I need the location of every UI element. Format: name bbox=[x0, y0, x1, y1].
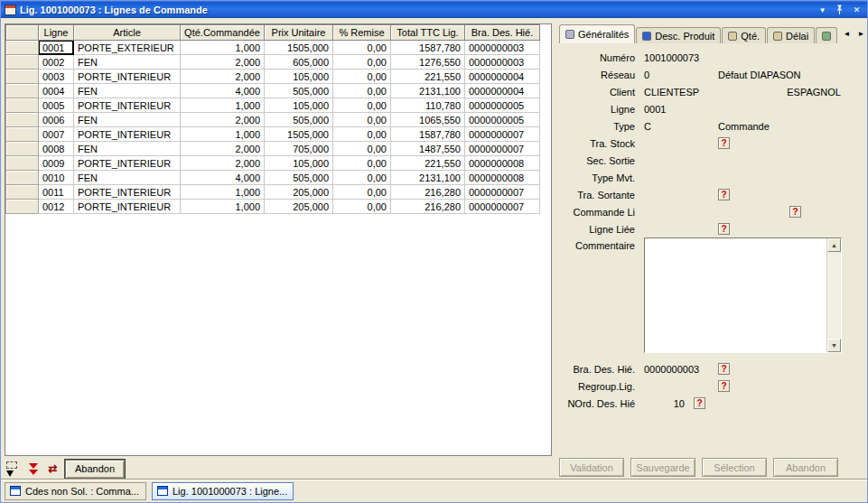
row-selector[interactable] bbox=[6, 84, 39, 98]
table-cell[interactable]: 0000000008 bbox=[465, 171, 540, 185]
table-cell[interactable]: 105,000 bbox=[265, 70, 333, 84]
table-cell[interactable]: 1,000 bbox=[181, 41, 265, 55]
table-cell[interactable]: PORTE_INTERIEUR bbox=[74, 127, 181, 142]
table-cell[interactable]: 2,000 bbox=[181, 70, 265, 84]
table-cell[interactable]: 0,00 bbox=[333, 142, 391, 156]
table-cell[interactable]: PORTE_EXTERIEUR bbox=[74, 41, 181, 55]
row-selector[interactable] bbox=[6, 156, 39, 171]
column-header[interactable]: % Remise bbox=[333, 25, 391, 41]
bra-des-hie-help-button[interactable]: ? bbox=[718, 363, 730, 375]
table-cell[interactable]: 105,000 bbox=[265, 98, 333, 113]
row-selector[interactable] bbox=[6, 127, 39, 142]
validation-button[interactable]: Validation bbox=[559, 458, 624, 477]
row-selector-header[interactable] bbox=[6, 25, 39, 41]
table-cell[interactable]: 0,00 bbox=[333, 41, 391, 55]
row-selector[interactable] bbox=[6, 171, 39, 185]
table-cell[interactable]: 0007 bbox=[39, 127, 74, 142]
row-selector[interactable] bbox=[6, 185, 39, 200]
column-header[interactable]: Bra. Des. Hié. bbox=[465, 25, 540, 41]
table-cell[interactable]: 0001 bbox=[39, 41, 74, 55]
table-cell[interactable]: 0000000007 bbox=[465, 185, 540, 200]
table-cell[interactable]: 4,000 bbox=[181, 171, 265, 185]
row-selector[interactable] bbox=[6, 41, 39, 55]
table-cell[interactable]: 2,000 bbox=[181, 142, 265, 156]
table-cell[interactable]: PORTE_INTERIEUR bbox=[74, 156, 181, 171]
table-cell[interactable]: 1,000 bbox=[181, 127, 265, 142]
table-cell[interactable]: 0010 bbox=[39, 171, 74, 185]
table-cell[interactable]: 0,00 bbox=[333, 55, 391, 70]
tra-stock-help-button[interactable]: ? bbox=[718, 137, 730, 149]
table-cell[interactable]: 2,000 bbox=[181, 113, 265, 127]
table-cell[interactable]: 0000000007 bbox=[465, 127, 540, 142]
tab-qte[interactable]: Qté. bbox=[722, 27, 766, 43]
table-cell[interactable]: 2131,100 bbox=[391, 84, 465, 98]
table-cell[interactable]: 0004 bbox=[39, 84, 74, 98]
table-cell[interactable]: 1487,550 bbox=[391, 142, 465, 156]
table-cell[interactable]: 0000000008 bbox=[465, 156, 540, 171]
column-header[interactable]: Ligne bbox=[39, 25, 74, 41]
table-cell[interactable]: 0005 bbox=[39, 98, 74, 113]
table-cell[interactable]: 0,00 bbox=[333, 127, 391, 142]
table-cell[interactable]: 0,00 bbox=[333, 200, 391, 214]
table-cell[interactable]: 216,280 bbox=[391, 200, 465, 214]
table-cell[interactable]: 110,780 bbox=[391, 98, 465, 113]
table-cell[interactable]: 0000000004 bbox=[465, 70, 540, 84]
table-cell[interactable]: 2,000 bbox=[181, 156, 265, 171]
table-cell[interactable]: 0000000004 bbox=[465, 84, 540, 98]
table-cell[interactable]: 1276,550 bbox=[391, 55, 465, 70]
row-selector[interactable] bbox=[6, 70, 39, 84]
regroup-lig-help-button[interactable]: ? bbox=[718, 380, 730, 392]
table-cell[interactable]: 505,000 bbox=[265, 84, 333, 98]
table-cell[interactable]: 2131,100 bbox=[391, 171, 465, 185]
row-selector[interactable] bbox=[6, 142, 39, 156]
pin-icon[interactable] bbox=[833, 4, 846, 16]
table-cell[interactable]: PORTE_INTERIEUR bbox=[74, 200, 181, 214]
column-header[interactable]: Qté.Commandée bbox=[181, 25, 265, 41]
taskbar-tab-1[interactable]: Cdes non Sol. : Comma... bbox=[5, 482, 146, 500]
abandon-button[interactable]: Abandon bbox=[773, 458, 838, 477]
table-cell[interactable]: FEN bbox=[74, 142, 181, 156]
table-cell[interactable]: 0,00 bbox=[333, 84, 391, 98]
table-cell[interactable]: 705,000 bbox=[265, 142, 333, 156]
tab-desc-produit[interactable]: Desc. Produit bbox=[636, 27, 721, 43]
dropdown-icon[interactable]: ▾ bbox=[816, 4, 829, 16]
tab-generalites[interactable]: Généralités bbox=[559, 24, 635, 43]
column-header[interactable]: Prix Unitaire bbox=[265, 25, 333, 41]
table-cell[interactable]: 1587,780 bbox=[391, 127, 465, 142]
tra-sortante-help-button[interactable]: ? bbox=[718, 189, 730, 200]
table-cell[interactable]: 0000000003 bbox=[465, 55, 540, 70]
row-selector[interactable] bbox=[6, 98, 39, 113]
table-cell[interactable]: 0000000005 bbox=[465, 113, 540, 127]
table-cell[interactable]: 0000000007 bbox=[465, 142, 540, 156]
scroll-down-icon[interactable]: ▼ bbox=[827, 339, 841, 352]
table-cell[interactable]: 216,280 bbox=[391, 185, 465, 200]
sauvegarde-button[interactable]: Sauvegarde bbox=[630, 458, 695, 477]
table-cell[interactable]: 1587,780 bbox=[391, 41, 465, 55]
table-cell[interactable]: 505,000 bbox=[265, 113, 333, 127]
table-cell[interactable]: 221,550 bbox=[391, 70, 465, 84]
commentaire-scrollbar[interactable]: ▲▼ bbox=[826, 238, 841, 352]
row-selector[interactable] bbox=[6, 200, 39, 214]
table-cell[interactable]: 221,550 bbox=[391, 156, 465, 171]
table-cell[interactable]: FEN bbox=[74, 113, 181, 127]
table-cell[interactable]: FEN bbox=[74, 55, 181, 70]
scroll-up-icon[interactable]: ▲ bbox=[827, 238, 841, 252]
tab-scroll-right-icon[interactable]: ► bbox=[855, 27, 867, 41]
column-header[interactable]: Total TTC Lig. bbox=[391, 25, 465, 41]
table-cell[interactable]: 1,000 bbox=[181, 98, 265, 113]
red-arrows-icon[interactable] bbox=[25, 460, 41, 478]
table-cell[interactable]: 605,000 bbox=[265, 55, 333, 70]
table-cell[interactable]: 1065,550 bbox=[391, 113, 465, 127]
table-cell[interactable]: 505,000 bbox=[265, 171, 333, 185]
table-cell[interactable]: 205,000 bbox=[265, 185, 333, 200]
swap-arrows-icon[interactable]: ⇄ bbox=[45, 460, 61, 478]
table-cell[interactable]: 0,00 bbox=[333, 70, 391, 84]
nord-des-hie-help-button[interactable]: ? bbox=[694, 397, 705, 409]
table-cell[interactable]: 105,000 bbox=[265, 156, 333, 171]
table-cell[interactable]: FEN bbox=[74, 84, 181, 98]
table-cell[interactable]: 1,000 bbox=[181, 185, 265, 200]
table-cell[interactable]: FEN bbox=[74, 171, 181, 185]
close-icon[interactable]: ✕ bbox=[850, 4, 863, 16]
table-cell[interactable]: 1,000 bbox=[181, 200, 265, 214]
row-selector[interactable] bbox=[6, 55, 39, 70]
